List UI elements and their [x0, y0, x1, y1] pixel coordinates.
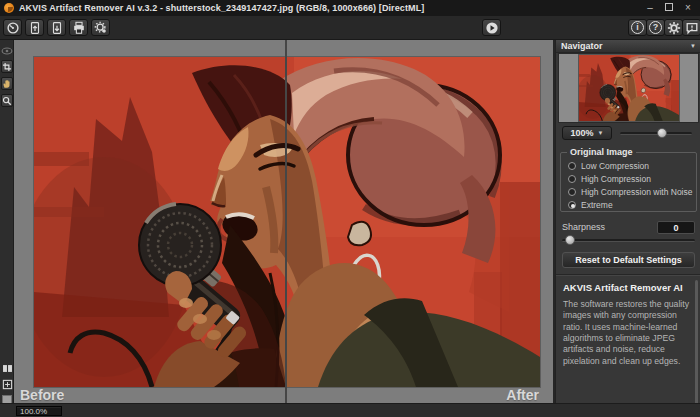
- reset-defaults-button[interactable]: Reset to Default Settings: [562, 252, 695, 268]
- save-image-button[interactable]: [47, 19, 66, 36]
- run-processing-button[interactable]: [482, 19, 501, 36]
- original-image-group: Original Image Low Compression High Comp…: [560, 152, 697, 212]
- edited-photo[interactable]: [34, 57, 540, 387]
- close-button[interactable]: ×: [683, 3, 693, 13]
- help-button[interactable]: ?: [646, 19, 665, 36]
- radio-icon: [568, 188, 576, 196]
- workspace-button[interactable]: [3, 19, 22, 36]
- hints-scrollbar[interactable]: [695, 280, 698, 405]
- akvis-logo-icon: [4, 3, 14, 13]
- radio-icon: [568, 162, 576, 170]
- open-book-icon: [2, 363, 13, 374]
- print-button[interactable]: [69, 19, 88, 36]
- speedometer-icon: [6, 21, 20, 35]
- radio-high-compression-noise[interactable]: High Compression with Noise: [568, 186, 693, 197]
- hand-tool-button[interactable]: [1, 77, 13, 90]
- zoom-level-value: 100%: [571, 128, 594, 138]
- crop-tool-button[interactable]: [1, 60, 13, 73]
- play-icon: [485, 21, 499, 35]
- after-label: After: [506, 387, 539, 403]
- eye-icon: [1, 45, 13, 57]
- radio-extreme[interactable]: Extreme: [568, 199, 693, 210]
- before-label: Before: [20, 387, 64, 403]
- image-canvas[interactable]: Before After: [14, 40, 553, 403]
- fit-window-icon: [2, 379, 13, 390]
- main-toolbar: i ?: [0, 16, 700, 40]
- maximize-button[interactable]: [665, 3, 673, 11]
- gears-icon: [94, 21, 108, 35]
- hints-panel: AKVIS Artifact Remover AI The software r…: [563, 282, 691, 367]
- save-file-icon: [50, 21, 64, 35]
- zoom-tool-button[interactable]: [1, 94, 13, 107]
- about-title: AKVIS Artifact Remover AI: [563, 282, 691, 293]
- printer-icon: [72, 21, 86, 35]
- feedback-button[interactable]: [682, 19, 700, 36]
- info-icon: i: [631, 21, 644, 34]
- batch-processing-button[interactable]: [91, 19, 110, 36]
- status-zoom-value: 100.0%: [16, 406, 62, 416]
- hand-icon: [2, 79, 12, 89]
- fit-to-window-button[interactable]: [1, 378, 13, 391]
- radio-high-compression[interactable]: High Compression: [568, 173, 693, 184]
- zoom-slider-handle[interactable]: [657, 128, 667, 138]
- compare-view-button[interactable]: [1, 362, 13, 375]
- dropdown-arrow-icon: ▼: [598, 130, 604, 136]
- title-bar: AKVIS Artifact Remover AI v.3.2 - shutte…: [0, 0, 700, 16]
- magnifier-icon: [2, 96, 12, 106]
- app-window: AKVIS Artifact Remover AI v.3.2 - shutte…: [0, 0, 700, 417]
- group-title: Original Image: [567, 147, 636, 157]
- radio-low-compression[interactable]: Low Compression: [568, 160, 693, 171]
- status-bar: 100.0%: [0, 403, 700, 417]
- window-title: AKVIS Artifact Remover AI v.3.2 - shutte…: [19, 3, 424, 13]
- help-icon: ?: [649, 21, 662, 34]
- navigator-thumbnail: [579, 55, 679, 121]
- navigator-preview[interactable]: [558, 53, 699, 123]
- preferences-button[interactable]: [664, 19, 683, 36]
- about-description: The software restores the quality images…: [563, 299, 691, 367]
- radio-icon: [568, 175, 576, 183]
- about-program-button[interactable]: i: [628, 19, 647, 36]
- settings-panel: Navigator ▼ 100% ▼ Original Image Low Co…: [555, 40, 700, 403]
- sharpness-slider[interactable]: [562, 239, 695, 242]
- navigator-title: Navigator: [561, 41, 603, 51]
- tool-sidebar: [0, 40, 14, 403]
- open-image-button[interactable]: [25, 19, 44, 36]
- compare-label-bar: Before After: [14, 387, 553, 403]
- speech-bubble-icon: [685, 21, 699, 35]
- preview-toggle-button[interactable]: [1, 44, 13, 57]
- panel-divider: [556, 274, 700, 276]
- collapse-arrow-icon[interactable]: ▼: [690, 43, 696, 49]
- before-after-divider[interactable]: [285, 40, 287, 403]
- navigator-header[interactable]: Navigator ▼: [556, 40, 700, 53]
- radio-icon: [568, 201, 576, 209]
- sharpness-value-field[interactable]: 0: [657, 221, 695, 234]
- minimize-button[interactable]: –: [645, 3, 655, 13]
- zoom-slider[interactable]: [620, 132, 692, 135]
- sharpness-slider-handle[interactable]: [565, 235, 575, 245]
- sharpness-label: Sharpness: [562, 222, 605, 232]
- gear-icon: [667, 21, 681, 35]
- open-file-icon: [28, 21, 42, 35]
- crop-icon: [2, 62, 12, 72]
- zoom-level-dropdown[interactable]: 100% ▼: [562, 126, 612, 140]
